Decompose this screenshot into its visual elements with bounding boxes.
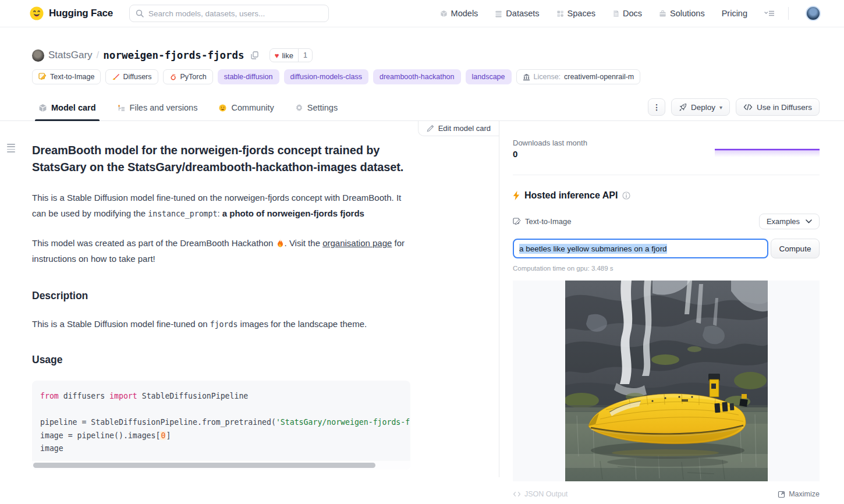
deploy-label: Deploy [691, 103, 715, 112]
nav-item-label: Solutions [670, 9, 705, 18]
tag-library-diffusers[interactable]: Diffusers [105, 69, 158, 84]
like-button[interactable]: ♥ like [270, 49, 298, 62]
brand-name: Hugging Face [49, 8, 113, 19]
nav-item-docs[interactable]: Docs [612, 9, 642, 18]
tab-actions: ⋮ Deploy ▾ Use in Diffusers [648, 98, 820, 116]
tag-license[interactable]: License: creativeml-openrail-m [516, 69, 641, 84]
tab-label: Model card [51, 103, 96, 112]
nav-item-label: Spaces [568, 9, 595, 18]
chevron-down-icon [806, 219, 812, 223]
model-title-row: StatsGary / norweigen-fjords-fjords ♥ li… [32, 48, 844, 62]
model-card-document: DreamBooth model for the norweigen-fjord… [32, 142, 412, 470]
nav-item-label: Pricing [722, 9, 747, 18]
tag-dreambooth-hackathon[interactable]: dreambooth-hackathon [373, 69, 461, 84]
nav-item-label: Datasets [506, 9, 539, 18]
sidebar-divider [513, 175, 820, 175]
text-to-image-icon [38, 73, 47, 81]
more-actions-button[interactable]: ⋮ [648, 98, 665, 116]
model-name: norweigen-fjords-fjords [103, 49, 244, 61]
tag-landscape[interactable]: landscape [466, 69, 512, 84]
tag-pipeline-text-to-image[interactable]: Text-to-Image [32, 69, 101, 84]
api-heading-text: Hosted inference API [524, 190, 618, 201]
paragraph-hackathon: This model was created as part of the Dr… [32, 235, 412, 267]
deploy-button[interactable]: Deploy ▾ [671, 98, 730, 116]
nav-item-datasets[interactable]: Datasets [495, 9, 539, 18]
downloads-value: 0 [513, 149, 587, 159]
nav-item-label: Docs [623, 9, 642, 18]
examples-label: Examples [767, 217, 800, 226]
edit-model-card-button[interactable]: Edit model card [418, 121, 499, 136]
heart-icon: ♥ [275, 52, 279, 59]
inference-output-panel [513, 281, 820, 481]
versions-icon [117, 104, 126, 112]
content-row: Edit model card DreamBooth model for the… [0, 121, 844, 477]
tag-stable-diffusion[interactable]: stable-diffusion [218, 69, 279, 84]
top-nav: Hugging Face Models Datasets Spaces [0, 0, 844, 27]
json-output-label: JSON Output [524, 490, 568, 498]
path-separator: / [97, 49, 100, 61]
rocket-icon [679, 103, 687, 111]
like-count[interactable]: 1 [298, 49, 312, 62]
document-icon [612, 10, 619, 17]
license-bank-icon [523, 73, 530, 81]
nav-item-solutions[interactable]: Solutions [659, 9, 705, 18]
tag-label: stable-diffusion [224, 73, 273, 81]
paragraph-intro: This is a Stable Diffusion model fine-tu… [32, 190, 412, 221]
info-icon[interactable] [622, 191, 630, 200]
usage-code: from diffusers import StableDiffusionPip… [40, 390, 410, 456]
nav-item-models[interactable]: Models [440, 9, 478, 18]
tag-diffusion-models-class[interactable]: diffusion-models-class [284, 69, 368, 84]
tag-label: Diffusers [123, 73, 151, 81]
paragraph-description: This is a Stable Diffusion model fine-tu… [32, 316, 412, 332]
use-in-diffusers-button[interactable]: Use in Diffusers [736, 98, 820, 116]
user-avatar[interactable] [806, 6, 821, 21]
task-type[interactable]: Text-to-Image [513, 217, 571, 226]
nav-item-spaces[interactable]: Spaces [556, 9, 595, 18]
instance-prompt-code: instance_prompt [148, 210, 217, 218]
description-heading: Description [32, 290, 412, 302]
examples-dropdown[interactable]: Examples [759, 214, 820, 229]
tab-files-and-versions[interactable]: Files and versions [117, 103, 198, 120]
cube-icon [38, 104, 47, 112]
owner-avatar[interactable] [32, 49, 44, 62]
license-label: License: [534, 73, 561, 81]
use-in-diffusers-label: Use in Diffusers [757, 103, 812, 112]
tag-label: dreambooth-hackathon [380, 73, 455, 81]
tab-model-card[interactable]: Model card [38, 103, 96, 120]
search-input[interactable] [148, 9, 322, 18]
tab-community[interactable]: Community [218, 103, 274, 120]
copy-icon[interactable] [251, 51, 258, 59]
organisation-page-link[interactable]: organisation page [322, 238, 392, 248]
inference-sidebar: Downloads last month 0 Hosted inference … [499, 121, 844, 477]
tag-framework-pytorch[interactable]: PyTorch [163, 69, 213, 84]
nav-item-label: Models [451, 9, 478, 18]
downloads-sparkline [715, 145, 820, 161]
tab-settings[interactable]: Settings [295, 103, 338, 120]
gear-icon [295, 104, 303, 112]
search-box[interactable] [129, 5, 329, 22]
model-card-column: Edit model card DreamBooth model for the… [0, 121, 499, 477]
tab-bar: Model card Files and versions Community … [0, 94, 844, 121]
code-scrollbar-thumb[interactable] [33, 463, 375, 468]
code-icon [513, 491, 521, 497]
community-face-icon [218, 104, 227, 112]
tag-label: diffusion-models-class [290, 73, 362, 81]
cube-icon [440, 10, 448, 17]
owner-link[interactable]: StatsGary [48, 49, 93, 61]
model-card-title: DreamBooth model for the norweigen-fjord… [32, 142, 412, 176]
prompt-input[interactable]: a beetles like yellow submarines on a fj… [513, 239, 768, 258]
nav-item-pricing[interactable]: Pricing [722, 9, 747, 18]
tag-label: PyTorch [180, 73, 207, 81]
json-output-toggle[interactable]: JSON Output [513, 490, 568, 498]
toc-toggle-icon[interactable] [7, 144, 15, 152]
maximize-icon [778, 491, 785, 498]
maximize-button[interactable]: Maximize [778, 490, 820, 498]
downloads-label: Downloads last month [513, 139, 587, 147]
compute-button[interactable]: Compute [771, 239, 820, 258]
generated-image[interactable] [565, 281, 768, 481]
more-menu-icon[interactable] [764, 9, 775, 17]
tag-label: landscape [472, 73, 505, 81]
brand[interactable]: Hugging Face [29, 6, 113, 21]
tab-label: Community [231, 103, 274, 112]
task-row: Text-to-Image Examples [513, 214, 820, 229]
